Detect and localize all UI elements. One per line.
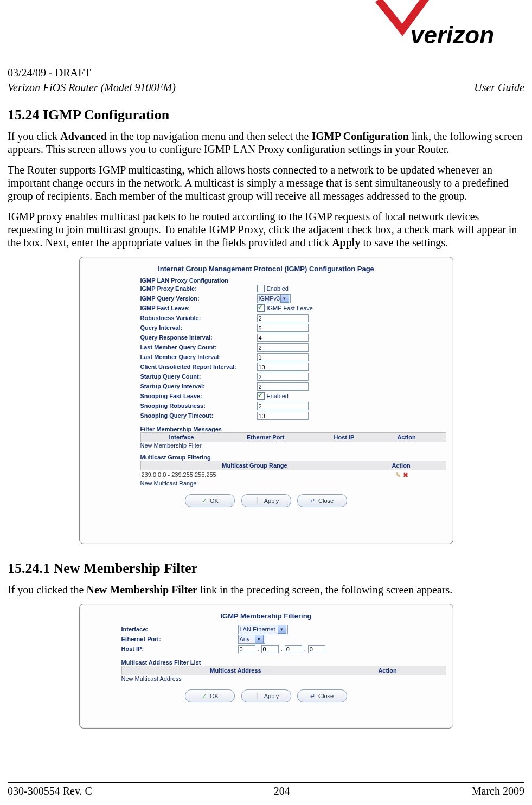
snoop-fast-checkbox[interactable]: Enabled [257, 392, 289, 400]
chevron-down-icon: ▾ [280, 294, 289, 303]
new-multicast-address-link[interactable]: New Multicast Address [121, 675, 446, 682]
edit-icon[interactable]: ✎ [395, 471, 401, 479]
panel1-title: Internet Group Management Protocol (IGMP… [86, 265, 446, 273]
fast-leave-label: IGMP Fast Leave: [140, 305, 257, 311]
ethernet-port-select[interactable]: Any▾ [238, 635, 265, 644]
host-ip-octet-4[interactable]: 0 [308, 645, 325, 653]
lm-count-label: Last Member Query Count: [140, 344, 257, 350]
startup-interval-input[interactable]: 2 [257, 382, 309, 391]
query-resp-input[interactable]: 4 [257, 334, 309, 342]
multicast-group-row: 239.0.0.0 - 239.255.255.255 ✎✖ [140, 470, 446, 480]
verizon-logo: verizon [373, 0, 524, 52]
exclaim-icon: ❕ [253, 497, 261, 504]
igmp-config-panel: Internet Group Management Protocol (IGMP… [79, 257, 453, 544]
doc-type: User Guide [474, 81, 524, 94]
unsolicited-label: Client Unsolicited Report Interval: [140, 363, 257, 370]
para-2: The Router supports IGMP multicasting, w… [8, 163, 524, 202]
lm-count-input[interactable]: 2 [257, 343, 309, 352]
interface-select[interactable]: LAN Ethernet▾ [238, 625, 288, 634]
new-multicast-range-link[interactable]: New Multicast Range [140, 480, 446, 487]
igmp-membership-panel: IGMP Membership Filtering Interface: LAN… [79, 604, 453, 729]
svg-text:verizon: verizon [411, 22, 494, 48]
apply-button[interactable]: ❕Apply [241, 689, 291, 702]
query-version-select[interactable]: IGMPv3▾ [257, 294, 291, 303]
check-icon: ✓ [202, 497, 207, 504]
date-draft: 03/24/09 - DRAFT [8, 67, 524, 79]
close-button[interactable]: ↵Close [297, 689, 347, 702]
para-1: If you click Advanced in the top navigat… [8, 130, 524, 156]
lm-interval-label: Last Member Query Interval: [140, 354, 257, 360]
host-ip-octet-3[interactable]: 0 [285, 645, 302, 653]
host-ip-octet-2[interactable]: 0 [261, 645, 279, 653]
snoop-fast-label: Snooping Fast Leave: [140, 393, 257, 399]
return-icon: ↵ [310, 693, 315, 700]
para-3: IGMP proxy enables multicast packets to … [8, 210, 524, 249]
ok-button[interactable]: ✓OK [185, 494, 235, 507]
ok-button[interactable]: ✓OK [185, 689, 235, 702]
host-ip-octet-1[interactable]: 0 [238, 645, 255, 653]
interface-label: Interface: [121, 626, 238, 632]
startup-count-input[interactable]: 2 [257, 373, 309, 381]
multicast-address-list-header: Multicast Address Filter List [121, 659, 446, 666]
apply-button[interactable]: ❕Apply [241, 494, 291, 507]
snoop-robust-label: Snooping Robustness: [140, 403, 257, 409]
section-15-24-title: 15.24 IGMP Configuration [8, 107, 524, 123]
chevron-down-icon: ▾ [278, 625, 286, 634]
lm-interval-input[interactable]: 1 [257, 353, 309, 361]
unsolicited-input[interactable]: 10 [257, 363, 309, 371]
lan-proxy-header: IGMP LAN Proxy Configuration [140, 277, 446, 284]
robustness-label: Robustness Variable: [140, 315, 257, 321]
query-interval-input[interactable]: 5 [257, 324, 309, 332]
ethernet-port-label: Ethernet Port: [121, 636, 238, 642]
multicast-address-table-header: Multicast Address Action [121, 666, 446, 675]
host-ip-label: Host IP: [121, 646, 238, 652]
filter-table-header: Interface Ethernet Port Host IP Action [140, 432, 446, 442]
snoop-timeout-input[interactable]: 10 [257, 412, 309, 420]
product-name: Verizon FiOS Router (Model 9100EM) [8, 81, 176, 94]
new-membership-filter-link[interactable]: New Membership Filter [140, 442, 446, 449]
multicast-group-header: Multicast Group Filtering [140, 454, 446, 461]
query-interval-label: Query Interval: [140, 324, 257, 331]
para-4: If you clicked the New Membership Filter… [8, 583, 524, 596]
delete-icon[interactable]: ✖ [403, 471, 408, 479]
filter-messages-header: Filter Membership Messages [140, 426, 446, 432]
snoop-timeout-label: Snooping Query Timeout: [140, 412, 257, 419]
return-icon: ↵ [310, 497, 315, 504]
exclaim-icon: ❕ [253, 693, 261, 700]
proxy-enable-checkbox[interactable]: Enabled [257, 285, 289, 292]
robustness-input[interactable]: 2 [257, 314, 309, 322]
close-button[interactable]: ↵Close [297, 494, 347, 507]
multicast-group-table-header: Multicast Group Range Action [140, 461, 446, 470]
startup-count-label: Startup Query Count: [140, 373, 257, 380]
check-icon: ✓ [202, 693, 207, 700]
fast-leave-checkbox[interactable]: IGMP Fast Leave [257, 304, 313, 312]
panel2-title: IGMP Membership Filtering [86, 612, 446, 620]
query-resp-label: Query Response Interval: [140, 334, 257, 341]
footer-right: March 2009 [472, 785, 524, 797]
startup-interval-label: Startup Query Interval: [140, 383, 257, 389]
snoop-robust-input[interactable]: 2 [257, 402, 309, 410]
footer-left: 030-300554 Rev. C [8, 785, 92, 797]
proxy-enable-label: IGMP Proxy Enable: [140, 285, 257, 292]
query-version-label: IGMP Query Version: [140, 295, 257, 302]
footer-page-number: 204 [274, 785, 290, 797]
section-15-24-1-title: 15.24.1 New Membership Filter [8, 560, 524, 577]
chevron-down-icon: ▾ [255, 635, 264, 643]
